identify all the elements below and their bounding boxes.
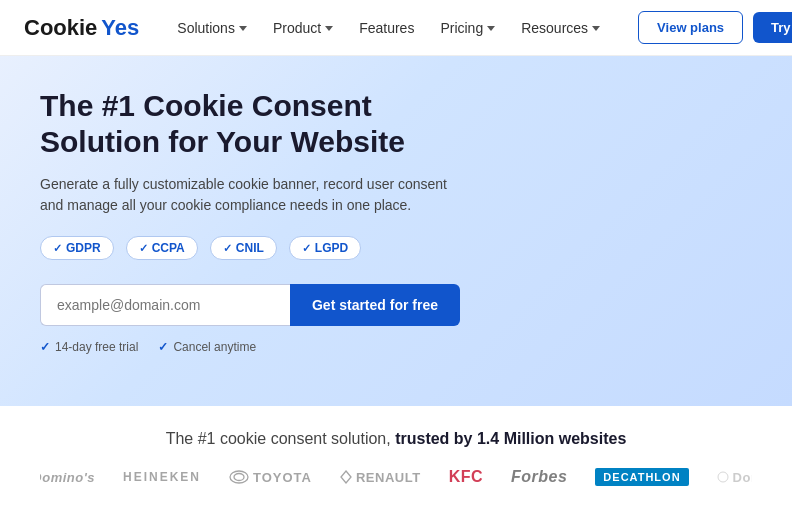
logo-text-yes: Yes — [101, 15, 139, 41]
check-icon: ✓ — [139, 242, 148, 255]
compliance-badges: ✓ GDPR ✓ CCPA ✓ CNIL ✓ LGPD — [40, 236, 752, 260]
chevron-down-icon — [325, 26, 333, 31]
nav-item-solutions[interactable]: Solutions — [167, 14, 257, 42]
trusted-section: The #1 cookie consent solution, trusted … — [0, 406, 792, 510]
chevron-down-icon — [592, 26, 600, 31]
check-icon: ✓ — [223, 242, 232, 255]
hero-subtitle: Generate a fully customizable cookie ban… — [40, 174, 460, 216]
nav-item-pricing[interactable]: Pricing — [430, 14, 505, 42]
brand-kfc: KFC — [449, 468, 483, 486]
brand-dominos: Domino's — [40, 470, 95, 485]
check-icon: ✓ — [302, 242, 311, 255]
trust-item-trial: ✓ 14-day free trial — [40, 340, 138, 354]
dorel-icon — [717, 470, 729, 484]
trust-row: ✓ 14-day free trial ✓ Cancel anytime — [40, 340, 752, 354]
brand-heineken: HEINEKEN — [123, 470, 201, 484]
svg-point-2 — [234, 474, 244, 481]
nav-buttons: View plans Try for free — [638, 11, 792, 44]
hero-title: The #1 Cookie ConsentSolution for Your W… — [40, 88, 752, 160]
nav-links: Solutions Product Features Pricing Resou… — [167, 14, 610, 42]
check-icon: ✓ — [40, 340, 50, 354]
navbar: CookieYes Solutions Product Features Pri… — [0, 0, 792, 56]
hero-section: The #1 Cookie ConsentSolution for Your W… — [0, 56, 792, 406]
email-signup-row: Get started for free — [40, 284, 460, 326]
chevron-down-icon — [239, 26, 247, 31]
svg-point-4 — [718, 472, 728, 482]
email-input[interactable] — [40, 284, 290, 326]
brand-toyota: TOYOTA — [229, 470, 312, 485]
chevron-down-icon — [487, 26, 495, 31]
trust-item-cancel: ✓ Cancel anytime — [158, 340, 256, 354]
trusted-title: The #1 cookie consent solution, trusted … — [40, 430, 752, 448]
check-icon: ✓ — [53, 242, 62, 255]
nav-item-features[interactable]: Features — [349, 14, 424, 42]
brand-decathlon: DECATHLON — [595, 468, 688, 486]
badge-lgpd: ✓ LGPD — [289, 236, 361, 260]
brand-renault: RENAULT — [340, 470, 421, 485]
toyota-icon — [229, 470, 249, 484]
badge-ccpa: ✓ CCPA — [126, 236, 198, 260]
view-plans-button[interactable]: View plans — [638, 11, 743, 44]
svg-point-1 — [230, 471, 248, 483]
renault-icon — [340, 470, 352, 484]
badge-cnil: ✓ CNIL — [210, 236, 277, 260]
brand-dorel: Dore… — [717, 470, 752, 485]
nav-item-resources[interactable]: Resources — [511, 14, 610, 42]
brand-forbes: Forbes — [511, 468, 567, 486]
logo-text-cookie: Cookie — [24, 15, 97, 41]
badge-gdpr: ✓ GDPR — [40, 236, 114, 260]
try-free-button[interactable]: Try for free — [753, 12, 792, 43]
logo[interactable]: CookieYes — [24, 15, 139, 41]
check-icon: ✓ — [158, 340, 168, 354]
svg-marker-3 — [341, 471, 351, 483]
nav-item-product[interactable]: Product — [263, 14, 343, 42]
brands-row: Domino's HEINEKEN TOYOTA RENAULT KFC For… — [40, 468, 752, 486]
get-started-button[interactable]: Get started for free — [290, 284, 460, 326]
